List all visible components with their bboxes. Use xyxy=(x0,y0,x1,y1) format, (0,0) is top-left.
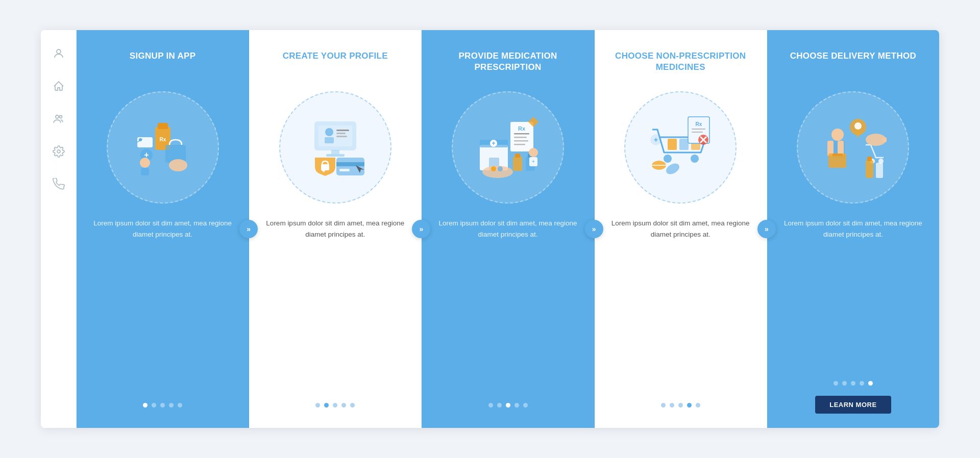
dot-4 xyxy=(687,403,692,408)
svg-point-68 xyxy=(831,129,844,141)
card-title-prescription: PROVIDE MEDICATION PRESCRIPTION xyxy=(434,50,581,81)
arrow-2: » xyxy=(412,220,430,238)
home-icon[interactable] xyxy=(51,78,67,94)
svg-rect-79 xyxy=(883,137,887,142)
svg-rect-15 xyxy=(141,168,149,175)
illustration-delivery xyxy=(797,91,909,203)
dot-5 xyxy=(696,403,700,408)
svg-rect-27 xyxy=(336,162,364,166)
svg-point-48 xyxy=(529,148,538,157)
svg-point-0 xyxy=(57,49,61,54)
svg-text:+: + xyxy=(532,159,535,164)
svg-text:+: + xyxy=(654,136,658,144)
card-delivery: CHOOSE DELIVERY METHOD xyxy=(767,30,939,428)
svg-rect-80 xyxy=(866,160,873,178)
svg-rect-40 xyxy=(514,144,525,145)
dot-4 xyxy=(514,403,519,408)
dot-1 xyxy=(834,381,838,386)
svg-rect-59 xyxy=(692,132,703,133)
svg-point-14 xyxy=(140,158,150,168)
dot-5 xyxy=(178,403,182,408)
svg-rect-24 xyxy=(326,154,345,157)
sidebar xyxy=(41,30,77,428)
phone-icon[interactable] xyxy=(51,176,67,192)
dot-2 xyxy=(497,403,502,408)
svg-point-3 xyxy=(57,150,60,153)
dot-3 xyxy=(851,381,855,386)
dot-4 xyxy=(860,381,864,386)
svg-rect-17 xyxy=(318,125,352,146)
dot-1 xyxy=(488,403,493,408)
illustration-signup: Rx + xyxy=(107,91,219,203)
svg-rect-81 xyxy=(867,157,872,161)
dot-1 xyxy=(661,403,666,408)
card-nonprescription: CHOOSE NON-PRESCRIPTION MEDICINES Rx xyxy=(595,30,767,428)
illustration-nonprescription: Rx + xyxy=(624,91,737,203)
arrow-3: » xyxy=(585,220,603,238)
card-desc-prescription: Lorem ipsum dolor sit dim amet, mea regi… xyxy=(434,218,581,393)
arrow-1: » xyxy=(239,220,258,238)
svg-text:Rx: Rx xyxy=(696,121,702,127)
card-desc-signup: Lorem ipsum dolor sit dim amet, mea regi… xyxy=(89,218,236,393)
svg-rect-37 xyxy=(514,133,529,135)
svg-rect-5 xyxy=(158,123,168,129)
svg-rect-26 xyxy=(336,158,364,175)
dot-2 xyxy=(324,403,329,408)
dot-5 xyxy=(350,403,355,408)
svg-rect-22 xyxy=(336,136,347,137)
svg-rect-21 xyxy=(336,133,346,134)
svg-point-65 xyxy=(665,161,681,176)
dot-4 xyxy=(341,403,346,408)
dot-3 xyxy=(333,403,337,408)
dots-delivery xyxy=(834,381,873,386)
svg-point-52 xyxy=(691,155,699,163)
card-desc-profile: Lorem ipsum dolor sit dim amet, mea regi… xyxy=(261,218,409,393)
settings-icon[interactable] xyxy=(51,143,67,160)
arrow-4: » xyxy=(757,220,776,238)
card-title-signup: SIGNUP IN APP xyxy=(130,50,196,81)
card-prescription: PROVIDE MEDICATION PRESCRIPTION + Rx xyxy=(422,30,594,428)
people-icon[interactable] xyxy=(51,111,67,127)
svg-rect-58 xyxy=(692,129,705,130)
card-desc-delivery: Lorem ipsum dolor sit dim amet, mea regi… xyxy=(779,218,927,371)
svg-rect-73 xyxy=(832,154,843,156)
dots-nonprescription xyxy=(661,403,700,408)
svg-text:+: + xyxy=(492,140,495,147)
cards-container: SIGNUP IN APP Rx + xyxy=(77,30,939,428)
dot-2 xyxy=(670,403,674,408)
illustration-prescription: + Rx xyxy=(452,91,564,203)
dot-5 xyxy=(523,403,528,408)
illustration-profile xyxy=(279,91,391,203)
svg-point-75 xyxy=(854,122,862,130)
svg-rect-20 xyxy=(336,130,349,131)
dot-3 xyxy=(678,403,683,408)
svg-point-51 xyxy=(664,155,672,163)
svg-rect-41 xyxy=(513,157,522,171)
svg-point-2 xyxy=(59,116,62,118)
dot-1 xyxy=(143,403,148,408)
card-profile: CREATE YOUR PROFILE xyxy=(249,30,422,428)
card-signup: SIGNUP IN APP Rx + xyxy=(77,30,249,428)
svg-rect-54 xyxy=(679,139,689,150)
card-title-nonprescription: CHOOSE NON-PRESCRIPTION MEDICINES xyxy=(607,50,754,81)
dot-3 xyxy=(506,403,510,408)
dots-signup xyxy=(143,403,182,408)
dot-1 xyxy=(315,403,320,408)
svg-point-18 xyxy=(325,128,333,136)
app-container: SIGNUP IN APP Rx + xyxy=(41,30,939,428)
svg-text:Rx: Rx xyxy=(518,125,526,132)
svg-rect-28 xyxy=(339,169,350,171)
svg-text:Rx: Rx xyxy=(159,137,166,142)
svg-point-1 xyxy=(56,115,59,118)
dots-prescription xyxy=(488,403,528,408)
svg-rect-42 xyxy=(515,154,520,158)
dots-profile xyxy=(315,403,355,408)
dot-4 xyxy=(169,403,174,408)
user-icon[interactable] xyxy=(51,45,67,62)
svg-point-47 xyxy=(498,166,503,171)
learn-more-button[interactable]: LEARN MORE xyxy=(815,396,891,414)
svg-rect-38 xyxy=(514,137,527,138)
svg-rect-39 xyxy=(514,140,528,142)
dot-3 xyxy=(160,403,165,408)
svg-point-46 xyxy=(491,166,496,171)
